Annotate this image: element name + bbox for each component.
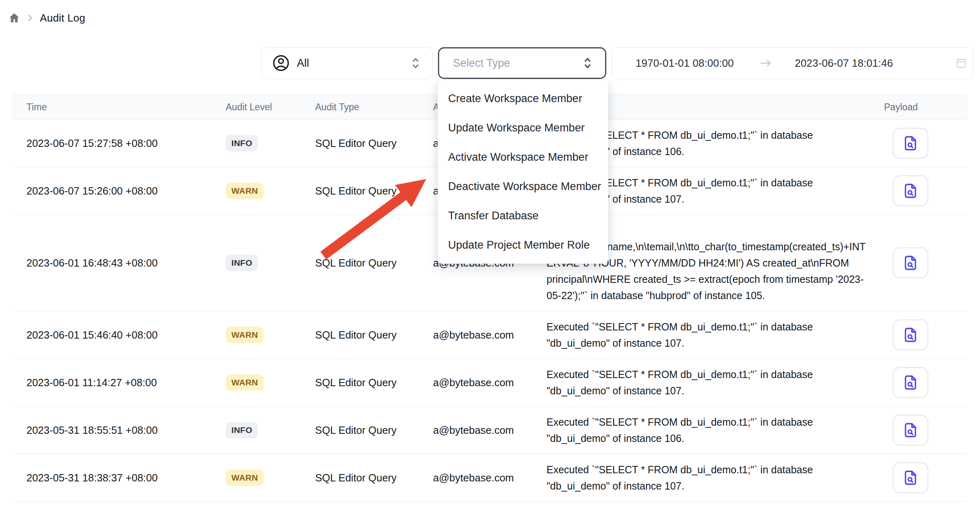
type-option[interactable]: Activate Workspace Member [438, 142, 608, 172]
file-search-icon [902, 326, 919, 343]
cell-comment: Executed `"SELECT * FROM db_ui_demo.t1;"… [534, 407, 879, 454]
cell-audit-level: WARN [212, 327, 301, 343]
select-chevrons-icon [409, 56, 422, 70]
date-range-end[interactable]: 2023-06-07 18:01:46 [795, 57, 893, 70]
file-search-icon [902, 469, 919, 486]
cell-audit-type: SQL Editor Query [301, 257, 419, 269]
cell-audit-level: WARN [212, 183, 301, 199]
table-row: 2023-06-01 15:46:40 +08:00 WARN SQL Edit… [13, 311, 967, 359]
cell-audit-level: INFO [212, 135, 301, 151]
page-title: Audit Log [40, 12, 85, 24]
audit-level-badge: WARN [226, 327, 264, 343]
cell-time: 2023-05-31 18:38:37 +08:00 [13, 472, 212, 484]
type-option[interactable]: Transfer Database [438, 201, 608, 230]
cell-payload [879, 462, 967, 493]
cell-actor: a@bytebase.com [419, 472, 534, 484]
type-select-dropdown: Create Workspace MemberUpdate Workspace … [438, 80, 608, 264]
cell-payload [879, 367, 967, 398]
breadcrumb: Audit Log [8, 10, 85, 26]
cell-time: 2023-05-31 18:55:51 +08:00 [13, 424, 212, 436]
cell-payload [879, 319, 967, 350]
audit-level-badge: WARN [226, 374, 264, 391]
header-audit-level: Audit Level [212, 102, 301, 113]
type-filter-select[interactable]: Select Type [438, 47, 606, 79]
cell-audit-level: WARN [212, 470, 301, 486]
cell-audit-level: INFO [212, 422, 301, 438]
date-range-picker[interactable]: 1970-01-01 08:00:00 2023-06-07 18:01:46 [612, 47, 973, 79]
file-search-icon [902, 374, 919, 391]
type-option[interactable]: Update Workspace Member [438, 113, 608, 142]
cell-audit-type: SQL Editor Query [301, 472, 419, 484]
cell-time: 2023-06-01 15:46:40 +08:00 [13, 329, 212, 341]
cell-comment: Executed `"SELECT * FROM db_ui_demo.t1;"… [534, 454, 879, 501]
view-payload-button[interactable] [893, 128, 928, 159]
view-payload-button[interactable] [893, 319, 928, 350]
view-payload-button[interactable] [893, 462, 928, 493]
cell-payload [879, 175, 967, 206]
cell-comment: Executed `"SELECT * FROM db_ui_demo.t1;"… [534, 359, 879, 406]
chevron-right-icon [26, 13, 34, 23]
cell-time: 2023-06-01 11:14:27 +08:00 [13, 377, 212, 389]
audit-level-badge: WARN [226, 470, 264, 486]
table-row: 2023-05-31 18:55:51 +08:00 INFO SQL Edit… [13, 407, 967, 454]
cell-audit-level: WARN [212, 374, 301, 391]
actor-filter-value: All [297, 57, 309, 70]
file-search-icon [902, 135, 919, 152]
type-option[interactable]: Deactivate Workspace Member [438, 172, 608, 201]
view-payload-button[interactable] [893, 175, 928, 206]
view-payload-button[interactable] [893, 367, 928, 398]
cell-payload [879, 247, 967, 278]
cell-comment: Executed `"SELECT * FROM db_ui_demo.t1;"… [534, 311, 879, 359]
type-filter-placeholder: Select Type [453, 57, 510, 70]
table-row: 2023-05-31 18:38:37 +08:00 WARN SQL Edit… [13, 454, 967, 502]
type-option[interactable]: Update Project Member Role [438, 230, 608, 260]
file-search-icon [902, 422, 919, 439]
audit-level-badge: INFO [226, 422, 258, 438]
header-payload: Payload [879, 102, 967, 113]
audit-level-badge: INFO [226, 255, 258, 271]
audit-level-badge: WARN [226, 183, 264, 199]
cell-audit-type: SQL Editor Query [301, 377, 419, 389]
cell-time: 2023-06-01 16:48:43 +08:00 [13, 257, 212, 269]
arrow-right-icon [760, 58, 772, 68]
cell-audit-type: SQL Editor Query [301, 185, 419, 197]
audit-log-page: Audit Log All Select Type 1970-01-01 08:… [0, 0, 980, 516]
select-chevrons-icon [581, 56, 594, 70]
header-audit-type: Audit Type [301, 102, 419, 113]
home-icon[interactable] [8, 12, 20, 24]
type-option[interactable]: Create Workspace Member [438, 84, 608, 113]
cell-actor: a@bytebase.com [419, 424, 534, 436]
cell-actor: a@bytebase.com [419, 377, 534, 389]
date-range-start[interactable]: 1970-01-01 08:00:00 [636, 57, 734, 70]
file-search-icon [902, 182, 919, 199]
cell-audit-type: SQL Editor Query [301, 424, 419, 436]
user-circle-icon [272, 54, 290, 72]
audit-level-badge: INFO [226, 135, 258, 151]
cell-time: 2023-06-07 15:27:58 +08:00 [13, 138, 212, 149]
header-time: Time [13, 102, 212, 113]
cell-audit-type: SQL Editor Query [301, 138, 419, 149]
cell-actor: a@bytebase.com [419, 329, 534, 341]
cell-time: 2023-06-07 15:26:00 +08:00 [13, 185, 212, 197]
cell-payload [879, 128, 967, 159]
calendar-icon [955, 57, 967, 69]
table-row: 2023-06-01 11:14:27 +08:00 WARN SQL Edit… [13, 359, 967, 407]
view-payload-button[interactable] [893, 415, 928, 446]
cell-audit-type: SQL Editor Query [301, 329, 419, 341]
file-search-icon [902, 254, 919, 271]
cell-payload [879, 415, 967, 446]
view-payload-button[interactable] [893, 247, 928, 278]
actor-filter-select[interactable]: All [261, 47, 433, 79]
cell-audit-level: INFO [212, 255, 301, 271]
